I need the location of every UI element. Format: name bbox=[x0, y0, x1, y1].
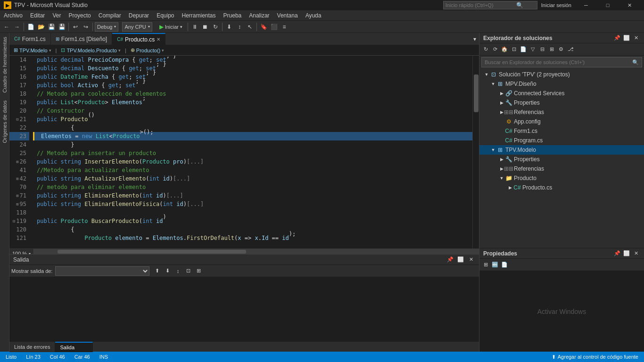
tree-tpv-modelo[interactable]: ▼ ⊞ TPV.Modelo bbox=[479, 145, 644, 155]
tree-program-cs[interactable]: C# Program.cs bbox=[479, 136, 644, 145]
toolbar-redo[interactable]: ↪ bbox=[81, 22, 91, 32]
toolbar-back[interactable]: ← bbox=[2, 22, 11, 32]
se-close-btn[interactable]: ✕ bbox=[632, 34, 640, 42]
se-pin-btn[interactable]: 📌 bbox=[613, 34, 621, 42]
cs-expand-arrow[interactable]: ▶ bbox=[498, 90, 505, 97]
run-button[interactable]: ▶ Iniciar ▾ bbox=[156, 22, 186, 32]
quick-launch-input[interactable] bbox=[446, 2, 516, 8]
toolbar-open[interactable]: 📂 bbox=[36, 22, 46, 32]
props-close-btn[interactable]: ✕ bbox=[632, 249, 640, 258]
se-tb-showfiles[interactable]: 📄 bbox=[519, 45, 528, 54]
toolbar-btn-2[interactable]: ⏹ bbox=[200, 22, 210, 32]
props-float-btn[interactable]: ⬜ bbox=[622, 249, 631, 258]
hscrollbar-thumb[interactable] bbox=[58, 250, 246, 254]
code-content[interactable]: public decimal PrecioCompra { get; set; … bbox=[33, 56, 472, 248]
status-car[interactable]: Car 46 bbox=[73, 352, 92, 362]
se-tb-collapse[interactable]: ⊟ bbox=[538, 45, 546, 54]
tree-app-config[interactable]: ⚙ App.config bbox=[479, 117, 644, 126]
tree-mpv-referencias[interactable]: ▶ ⊞⊞ Referencias bbox=[479, 107, 644, 117]
toolbar-btn-8[interactable]: ⬛ bbox=[269, 22, 279, 32]
menu-equipo[interactable]: Equipo bbox=[153, 10, 178, 20]
tab-error-list[interactable]: Lista de errores bbox=[9, 342, 55, 352]
menu-analizar[interactable]: Analizar bbox=[245, 10, 273, 20]
output-btn-2[interactable]: ⬇ bbox=[163, 266, 172, 276]
status-ready[interactable]: Listo bbox=[4, 352, 18, 362]
props-categorized-btn[interactable]: ⊞ bbox=[481, 261, 490, 269]
tpv-expand-arrow[interactable]: ▼ bbox=[490, 147, 496, 153]
props-prop-pages-btn[interactable]: 📄 bbox=[500, 261, 509, 269]
platform-dropdown[interactable]: Any CPU ▾ bbox=[122, 22, 152, 32]
toolbar-forward[interactable]: → bbox=[12, 22, 22, 32]
props-expand-arrow[interactable]: ▶ bbox=[498, 99, 505, 106]
toolbar-undo[interactable]: ↩ bbox=[71, 22, 80, 32]
se-tb-filter[interactable]: ▽ bbox=[528, 45, 537, 54]
se-tb-props[interactable]: ⊡ bbox=[510, 45, 518, 54]
tree-producto-folder[interactable]: ▼ 📁 Producto bbox=[479, 173, 644, 183]
menu-ventana[interactable]: Ventana bbox=[273, 10, 302, 20]
minimize-button[interactable]: ─ bbox=[575, 0, 597, 10]
solution-explorer-search[interactable]: 🔍 bbox=[481, 57, 642, 67]
status-line[interactable]: Lín 23 bbox=[24, 352, 42, 362]
props-alpha-btn[interactable]: 🔤 bbox=[491, 261, 499, 269]
status-source-control[interactable]: ⬆ Agregar al control de código fuente bbox=[550, 354, 640, 360]
toolbar-save-all[interactable]: 💾 bbox=[57, 22, 66, 32]
tree-mpv-properties[interactable]: ▶ 🔧 Properties bbox=[479, 98, 644, 107]
toolbar-btn-9[interactable]: ≡ bbox=[280, 22, 289, 32]
toolbar-btn-5[interactable]: ↕ bbox=[235, 22, 244, 32]
toolbar-btn-4[interactable]: ⬇ bbox=[224, 22, 234, 32]
tab-form1-design[interactable]: ⊞ Form1.cs [Diseño] bbox=[51, 33, 112, 45]
output-btn-1[interactable]: ⬆ bbox=[152, 266, 162, 276]
menu-herramientas[interactable]: Herramientas bbox=[178, 10, 220, 20]
tab-producto-cs[interactable]: C# Producto.cs ✕ bbox=[112, 33, 165, 45]
output-float-btn[interactable]: ⬜ bbox=[456, 255, 465, 264]
tpv-props-arrow[interactable]: ▶ bbox=[498, 156, 505, 163]
signin-link[interactable]: Iniciar sesión bbox=[541, 2, 571, 8]
menu-ayuda[interactable]: Ayuda bbox=[302, 10, 325, 20]
se-tb-home[interactable]: 🏠 bbox=[500, 45, 509, 54]
toolbar-save[interactable]: 💾 bbox=[47, 22, 56, 32]
menu-depurar[interactable]: Depurar bbox=[125, 10, 153, 20]
toolbar-new[interactable]: 📄 bbox=[26, 22, 35, 32]
se-tb-refresh[interactable]: ⟳ bbox=[491, 45, 499, 54]
menu-archivo[interactable]: Archivo bbox=[0, 10, 26, 20]
close-button[interactable]: ✕ bbox=[619, 0, 640, 10]
se-tb-sync[interactable]: ↻ bbox=[481, 45, 490, 54]
se-tb-settings[interactable]: ⚙ bbox=[557, 45, 565, 54]
tab-salida[interactable]: Salida bbox=[55, 342, 93, 352]
toolbar-btn-7[interactable]: 🔖 bbox=[259, 22, 268, 32]
quick-launch-search[interactable]: 🔍 bbox=[443, 1, 537, 9]
tree-tpv-properties[interactable]: ▶ 🔧 Properties bbox=[479, 155, 644, 164]
output-pin-btn[interactable]: 📌 bbox=[446, 255, 454, 264]
se-float-btn[interactable]: ⬜ bbox=[622, 34, 631, 42]
vscrollbar-thumb[interactable] bbox=[474, 74, 479, 112]
status-col[interactable]: Col 46 bbox=[48, 352, 67, 362]
tree-form1-cs[interactable]: C# Form1.cs bbox=[479, 126, 644, 136]
tab-form1-cs[interactable]: C# Form1.cs bbox=[9, 33, 51, 45]
output-source-select[interactable] bbox=[55, 266, 149, 276]
menu-compilar[interactable]: Compilar bbox=[95, 10, 125, 20]
producto-cs-arrow[interactable]: ▶ bbox=[507, 184, 513, 191]
toolbar-btn-6[interactable]: ↖ bbox=[245, 22, 255, 32]
toolbar-btn-3[interactable]: ↻ bbox=[211, 22, 220, 32]
output-btn-3[interactable]: ↕ bbox=[173, 266, 182, 276]
tree-connected-services[interactable]: ▶ 🔗 Connected Services bbox=[479, 89, 644, 98]
maximize-button[interactable]: □ bbox=[597, 0, 619, 10]
menu-ver[interactable]: Ver bbox=[49, 10, 65, 20]
menu-editar[interactable]: Editar bbox=[26, 10, 49, 20]
solution-expand-arrow[interactable]: ▼ bbox=[483, 71, 490, 78]
tab-overflow-btn[interactable]: ▾ bbox=[471, 33, 479, 45]
path-class-dropdown[interactable]: ⊡ TPV.Modelo.Producto ▾ bbox=[58, 46, 123, 55]
output-btn-5[interactable]: ⊞ bbox=[194, 266, 203, 276]
toolbar-btn-1[interactable]: ⏸ bbox=[190, 22, 199, 32]
path-method-dropdown[interactable]: ⊕ Producto() ▾ bbox=[128, 46, 166, 55]
se-tb-git[interactable]: ⎇ bbox=[566, 45, 575, 54]
status-ins[interactable]: INS bbox=[98, 352, 110, 362]
tree-tpv-referencias[interactable]: ▶ ⊞⊞ Referencias bbox=[479, 164, 644, 173]
tree-mpv-diseno[interactable]: ▼ ⊞ MPV.Diseño bbox=[479, 79, 644, 89]
tab-close-producto[interactable]: ✕ bbox=[157, 37, 160, 42]
tree-solution[interactable]: ▼ ⊡ Solución 'TPV' (2 proyectos) bbox=[479, 70, 644, 79]
output-close-btn[interactable]: ✕ bbox=[467, 255, 475, 264]
debug-config-dropdown[interactable]: Debug ▾ bbox=[95, 22, 118, 32]
mpv-expand-arrow[interactable]: ▼ bbox=[490, 81, 496, 87]
menu-proyecto[interactable]: Proyecto bbox=[65, 10, 94, 20]
